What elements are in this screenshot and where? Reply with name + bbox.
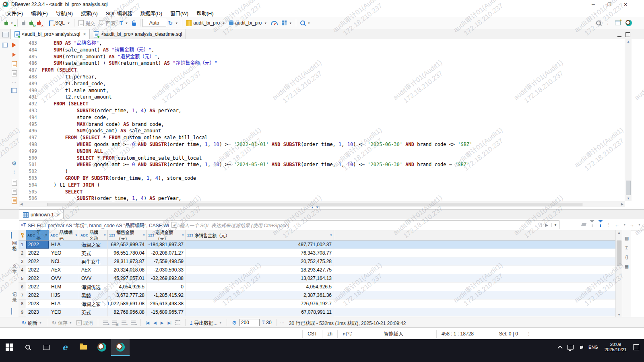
invalidate-connection-button[interactable] [20,19,27,27]
grid-cell[interactable]: 20,324,018.08 [108,266,147,274]
status-timezone[interactable]: CST [302,330,322,338]
execute-script-button[interactable] [10,60,18,68]
script-doc-button[interactable] [10,70,18,77]
close-button[interactable]: ✕ [617,0,634,9]
tab-analysis-sql[interactable]: <audit_bi_pro> analysis.sql × [10,29,90,39]
filter-query-text[interactable]: SELECT perYear AS "年份", brand_code AS "品… [28,222,169,228]
column-header-2[interactable]: ABC品牌编码▼ [49,230,79,240]
commit-button[interactable]: 提交 [76,19,97,28]
maximize-button[interactable]: ❐ [601,0,617,9]
grid-cell[interactable]: 18,293,427.75 [186,266,334,274]
commit-mode-combo[interactable]: Auto [142,19,166,27]
grid-cell[interactable]: 4,054,926.5 [108,283,147,291]
table-row-4[interactable]: 42022AEXAEX20,324,018.08-2,030,590.3318,… [19,266,616,274]
grid-cell[interactable]: 96,551,780.04 [108,249,147,257]
grid-cell[interactable]: 82,768,956.88 [108,308,147,317]
row-number[interactable]: 6 [19,283,26,291]
next-page-button[interactable]: ▶ [159,320,165,326]
filters-menu-icon[interactable] [598,222,603,227]
grid-view-icon[interactable] [11,232,12,238]
code-line-504[interactable]: 504 ) t1 LEFT JOIN ( [19,182,625,189]
transaction-log-button[interactable]: ↻ [166,19,180,27]
grid-cell[interactable]: 682,652,999.74 [108,241,147,249]
new-connection-button[interactable]: + [2,19,15,27]
editor-settings-gear-icon[interactable]: ⚙ [10,160,18,167]
code-editor[interactable]: 483 END AS "品牌名称",484 SUM(sale_amount) A… [19,40,625,201]
code-line-496[interactable]: 496 SUM(goods_amt) AS sale_amount [19,128,625,134]
row-number[interactable]: 1 [19,241,26,249]
grid-cell[interactable]: 2022 [26,249,49,257]
edit-row-button[interactable]: − [129,320,137,325]
network-button[interactable] [565,339,576,355]
column-dropdown-icon[interactable]: ▼ [182,234,184,237]
connection-selector[interactable]: audit_bi_pro [184,19,227,27]
duplicate-row-button[interactable]: ▣ [111,320,119,325]
grid-cell[interactable]: -20,208,071.27 [147,249,186,257]
grid-cell[interactable]: -2,030,590.33 [147,266,186,274]
grid-cell[interactable]: AEX [79,266,108,274]
grid-cell[interactable]: 67,078,991.11 [186,308,334,317]
menu-item-1[interactable]: 文件(F) [2,9,27,17]
save-script-button[interactable] [10,197,18,204]
action-center-icon[interactable] [633,344,639,350]
transaction-mode-button[interactable]: T [118,19,130,27]
grid-cell[interactable]: 4,054,926.5 [186,283,334,291]
code-line-484[interactable]: 484 SUM(sale_amount) AS "销售金额（元）", [19,47,625,53]
code-line-490[interactable]: 490 t1.sale_amount, [19,87,625,94]
table-row-9[interactable]: 92023YEO英式82,768,956.88-15,689,965.7767,… [19,308,616,317]
code-line-498[interactable]: 498 WHERE goods_amt >= 0 AND SUBSTR(orde… [19,141,625,148]
calc-panel-icon[interactable]: Σ [625,245,628,250]
minimize-button[interactable]: ─ [585,0,601,9]
code-line-506[interactable]: 506 SUBSTR(order_time, 1, 4) AS perYear, [19,195,625,201]
back-dropdown-icon[interactable]: ▼ [623,223,626,226]
maximize-view-icon[interactable] [625,32,630,37]
grid-cell[interactable]: 76,343,708.77 [186,249,334,257]
explain-plan-button[interactable] [280,19,294,27]
fetch-next-button[interactable]: ↑30 [261,319,273,326]
grid-cell[interactable]: 男生女生 [79,257,108,266]
export-script-button[interactable] [10,179,18,186]
grid-settings-button[interactable]: ⚙ [230,319,238,327]
back-icon[interactable]: ← [615,222,619,228]
code-line-503[interactable]: 503 GROUP BY SUBSTR(order_time, 1, 4), s… [19,175,625,182]
code-line-483[interactable]: 483 END AS "品牌名称", [19,40,625,47]
taskbar-search-button[interactable] [19,339,37,355]
grid-cell[interactable]: 2022 [26,257,49,266]
column-header-4[interactable]: 123销售金额（元）▼ [108,230,147,240]
dbeaver-perspective-icon[interactable] [625,20,632,26]
column-dropdown-icon[interactable]: ▼ [45,234,47,237]
grid-cell[interactable]: -7,559,498.59 [147,257,186,266]
row-number[interactable]: 4 [19,266,26,274]
apply-filter-icon[interactable]: ▶ [541,223,551,227]
grid-cell[interactable]: 2,387,361.36 [186,291,334,300]
tab-close-icon[interactable]: × [83,31,86,37]
reconnect-button[interactable]: ↻ [27,19,35,27]
grid-cell[interactable]: YEO [49,308,79,317]
grid-cell[interactable]: 海澜优选 [79,283,108,291]
status-insert-mode[interactable]: 智能插入 [379,330,436,338]
grid-cell[interactable]: 2023 [26,308,49,317]
search-button[interactable] [298,19,312,27]
column-header-5[interactable]: 123退货金额（元）▼ [147,230,186,240]
input-language[interactable]: ENG [586,345,601,350]
dashboard-button[interactable] [269,20,280,26]
task-view-button[interactable] [37,339,56,355]
code-line-494[interactable]: 494 store_code, [19,114,625,121]
grid-cell[interactable]: -295,613,498.38 [147,300,186,308]
menu-item-3[interactable]: 导航(N) [52,9,77,17]
filter-field[interactable]: »T SELECT perYear AS "年份", brand_code AS… [19,220,559,229]
side-tab-grid[interactable]: 网格 [11,241,17,251]
grid-cell[interactable]: OVV [49,274,79,283]
metadata-panel-icon[interactable]: {} [625,255,628,259]
menu-item-6[interactable]: 数据库(D) [136,9,166,17]
export-data-button[interactable]: ↑导出数据...▼ [189,319,223,327]
code-line-505[interactable]: 505 SELECT [19,189,625,195]
status-selection[interactable]: Sel: 0 | 0 [494,330,523,338]
restore-panel-icon[interactable] [2,32,9,37]
disconnect-button[interactable]: × [35,19,43,27]
results-tab-unknown1[interactable]: unknown 1 × [19,210,64,219]
table-row-7[interactable]: 72022HJS黑鲸3,672,777.28-1,285,415.922,387… [19,291,616,300]
grid-cell[interactable]: 13,027,164.13 [186,274,334,283]
quick-search-icon[interactable] [596,21,601,25]
code-line-497[interactable]: 497 FROM (SELECT * FROM custom_online_sa… [19,134,625,141]
